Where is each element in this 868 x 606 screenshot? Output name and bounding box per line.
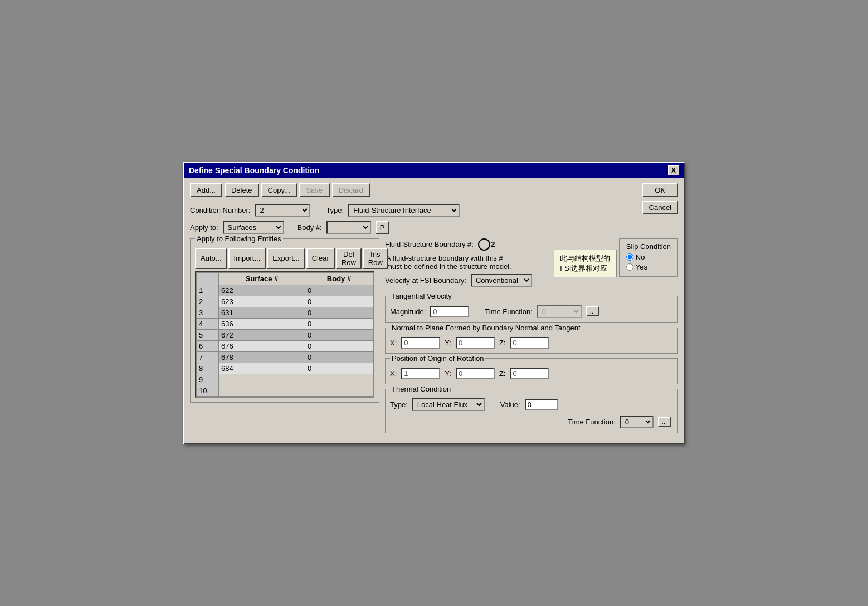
time-function-label: Time Function: (485, 307, 533, 316)
row-body (305, 374, 373, 385)
normal-plane-title: Normal to Plane Formed by Boundary Norma… (390, 324, 582, 332)
annotation-and-slip: 此与结构模型的 FSI边界相对应 Slip Condition No (554, 238, 678, 283)
entities-table: Surface # Body # 16220262303631046360567… (196, 272, 373, 397)
type-select[interactable]: Fluid-Structure Interface (348, 204, 460, 217)
type-label: Type: (326, 206, 344, 214)
slip-yes-row: Yes (626, 263, 671, 271)
row-surface: 676 (219, 340, 305, 351)
row-surface: 636 (219, 318, 305, 329)
thermal-value-label: Value: (500, 400, 520, 409)
table-row[interactable]: 26230 (197, 296, 373, 307)
table-row[interactable]: 46360 (197, 318, 373, 329)
magnitude-input[interactable] (430, 306, 469, 317)
entities-title: Apply to Following Entities (195, 234, 283, 243)
tangential-velocity-group: Tangential Velocity Magnitude: Time Func… (385, 296, 678, 323)
normal-plane-group: Normal to Plane Formed by Boundary Norma… (385, 328, 678, 354)
origin-x-label: X: (390, 369, 397, 378)
p-button[interactable]: P (376, 221, 389, 234)
clear-button[interactable]: Clear (306, 248, 335, 269)
normal-z-label: Z: (499, 339, 506, 347)
origin-y-input[interactable] (456, 368, 495, 379)
table-row[interactable]: 66760 (197, 340, 373, 351)
normal-x-input[interactable] (401, 337, 440, 349)
fsi-boundary-input[interactable] (479, 240, 507, 249)
fsi-boundary-row: Fluid-Structure Boundary #: (385, 238, 543, 251)
row-surface: 672 (219, 329, 305, 340)
fsi-desc-line2: must be defined in the structure model. (386, 262, 543, 271)
add-button[interactable]: Add... (190, 183, 222, 197)
row-number: 2 (197, 296, 219, 307)
ins-row-button[interactable]: Ins Row (363, 248, 388, 269)
entities-table-container: Surface # Body # 16220262303631046360567… (195, 271, 374, 398)
del-row-button[interactable]: Del Row (336, 248, 362, 269)
slip-condition-title: Slip Condition (626, 242, 671, 251)
normal-y-input[interactable] (456, 337, 495, 349)
magnitude-label: Magnitude: (390, 307, 426, 316)
origin-z-label: Z: (499, 369, 506, 378)
fsi-boundary-label: Fluid-Structure Boundary #: (385, 240, 474, 248)
row-surface: 631 (219, 307, 305, 318)
fsi-section: Fluid-Structure Boundary #: A fluid-stru… (385, 238, 543, 291)
main-area: Apply to Following Entities Auto... Impo… (190, 238, 678, 438)
slip-yes-label: Yes (636, 263, 647, 271)
col-header-row (197, 272, 219, 285)
time-function-ellipsis[interactable]: ... (586, 306, 599, 316)
row-body: 0 (305, 285, 373, 296)
row-body (305, 385, 373, 396)
window-content: Add... Delete Copy... Save Discard Condi… (184, 178, 684, 443)
slip-yes-radio[interactable] (626, 263, 633, 271)
main-window: Define Special Boundary Condition X Add.… (183, 162, 685, 444)
ok-cancel-panel: OK Cancel (642, 183, 678, 214)
thermal-time-fn-select[interactable]: 0 (620, 416, 654, 428)
slip-no-row: No (626, 253, 671, 261)
cancel-button[interactable]: Cancel (642, 201, 678, 214)
apply-to-label: Apply to: (190, 223, 218, 232)
condition-number-select[interactable]: 2 (255, 204, 310, 217)
row-surface: 684 (219, 363, 305, 374)
table-row[interactable]: 16220 (197, 285, 373, 296)
origin-x-input[interactable] (401, 368, 440, 379)
thermal-time-fn-ellipsis[interactable]: ... (658, 417, 671, 427)
row-body: 0 (305, 329, 373, 340)
auto-button[interactable]: Auto... (195, 248, 227, 269)
close-button[interactable]: X (668, 165, 679, 175)
position-origin-title: Position of Origin of Rotation (390, 354, 485, 363)
row-number: 1 (197, 285, 219, 296)
table-row[interactable]: 36310 (197, 307, 373, 318)
table-row[interactable]: 76780 (197, 351, 373, 363)
row-number: 5 (197, 329, 219, 340)
copy-button[interactable]: Copy... (261, 183, 297, 197)
col-header-body: Body # (305, 272, 373, 285)
row-number: 7 (197, 351, 219, 363)
table-row[interactable]: 10 (197, 385, 373, 396)
annotation-line1: 此与结构模型的 (560, 253, 611, 263)
export-button[interactable]: Export... (267, 248, 305, 269)
velocity-fsi-select[interactable]: Conventional (471, 274, 532, 287)
origin-z-input[interactable] (510, 368, 549, 379)
normal-z-input[interactable] (510, 337, 549, 349)
entities-group: Apply to Following Entities Auto... Impo… (190, 238, 379, 403)
annotation-line2: FSI边界相对应 (560, 263, 611, 273)
delete-button[interactable]: Delete (225, 183, 259, 197)
left-panel: Apply to Following Entities Auto... Impo… (190, 238, 379, 438)
import-button[interactable]: Import... (228, 248, 266, 269)
table-row[interactable]: 9 (197, 374, 373, 385)
slip-no-radio[interactable] (626, 253, 633, 261)
row-surface (219, 385, 305, 396)
time-function-select[interactable]: 0 (537, 305, 582, 318)
table-row[interactable]: 56720 (197, 329, 373, 340)
right-panel: Fluid-Structure Boundary #: A fluid-stru… (385, 238, 678, 438)
apply-to-select[interactable]: Surfaces (223, 221, 284, 234)
apply-to-row: Apply to: Surfaces Body #: P (190, 221, 460, 234)
row-surface: 622 (219, 285, 305, 296)
row-surface: 623 (219, 296, 305, 307)
thermal-value-input[interactable] (525, 399, 558, 410)
velocity-fsi-label: Velocity at FSI Boundary: (385, 276, 466, 285)
thermal-type-select[interactable]: Local Heat Flux (412, 398, 485, 411)
body-select[interactable] (326, 221, 371, 234)
ok-button[interactable]: OK (642, 183, 678, 197)
origin-y-label: Y: (445, 369, 451, 378)
normal-y-label: Y: (445, 339, 451, 347)
thermal-condition-group: Thermal Condition Type: Local Heat Flux … (385, 389, 678, 433)
table-row[interactable]: 86840 (197, 363, 373, 374)
